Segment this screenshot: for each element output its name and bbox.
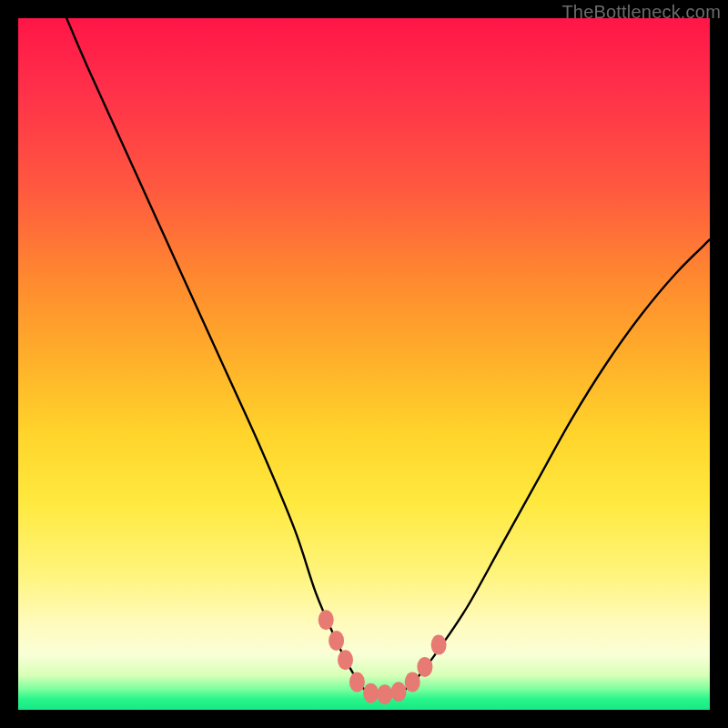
highlight-marker bbox=[417, 657, 432, 677]
curve-layer bbox=[18, 18, 710, 710]
highlight-marker bbox=[338, 650, 353, 670]
outer-frame: TheBottleneck.com bbox=[0, 0, 728, 728]
marker-group bbox=[318, 610, 447, 704]
highlight-marker bbox=[349, 672, 365, 693]
highlight-marker bbox=[377, 684, 392, 704]
highlight-marker bbox=[405, 672, 420, 693]
highlight-marker bbox=[431, 635, 447, 655]
highlight-marker bbox=[329, 631, 344, 651]
bottleneck-curve bbox=[66, 18, 710, 697]
watermark-text: TheBottleneck.com bbox=[561, 2, 721, 23]
highlight-marker bbox=[363, 683, 379, 703]
highlight-marker bbox=[318, 610, 334, 630]
highlight-marker bbox=[391, 682, 407, 702]
